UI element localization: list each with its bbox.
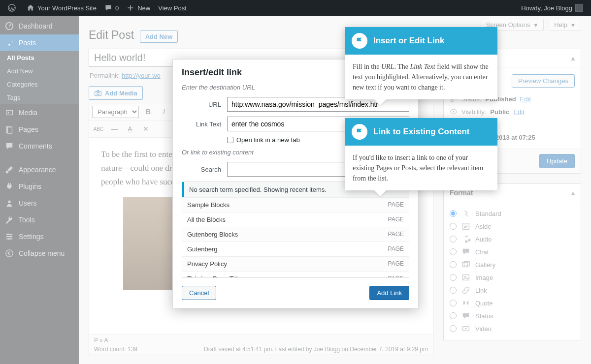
callout-insert-link: Insert or Edit Link Fill in the URL. The… xyxy=(345,27,497,99)
callout-body: Fill in the URL. The Link Text field wil… xyxy=(345,55,497,99)
callout-body: If you'd like to insert a link to one of… xyxy=(345,146,497,190)
add-link-button[interactable]: Add Link xyxy=(369,286,409,300)
cancel-button[interactable]: Cancel xyxy=(182,286,216,300)
home-icon xyxy=(27,4,34,12)
admin-bar: Your WordPress Site 0 New View Post Howd… xyxy=(0,0,591,16)
flag-icon xyxy=(355,36,364,45)
admin-comments[interactable]: 0 xyxy=(100,0,123,16)
result-item[interactable]: Gutenberg BlocksPAGE xyxy=(182,227,409,242)
newtab-checkbox[interactable] xyxy=(227,137,233,143)
result-item[interactable]: This is a Page TitlePAGE xyxy=(182,271,409,278)
callout-title: Insert or Edit Link xyxy=(373,36,445,46)
site-home[interactable]: Your WordPress Site xyxy=(23,0,100,16)
wp-logo[interactable] xyxy=(4,0,23,16)
search-label: Search xyxy=(182,166,227,173)
admin-new[interactable]: New xyxy=(123,0,154,16)
result-item[interactable]: Privacy PolicyPAGE xyxy=(182,256,409,271)
result-item[interactable]: All the BlocksPAGE xyxy=(182,212,409,227)
plus-icon xyxy=(127,4,134,12)
callout-existing-content: Link to Existing Content If you'd like t… xyxy=(345,118,497,190)
howdy[interactable]: Howdy, Joe Blogg xyxy=(517,0,587,16)
callout-title: Link to Existing Content xyxy=(373,127,470,137)
linktext-label: Link Text xyxy=(182,121,227,128)
result-item[interactable]: GutenbergPAGE xyxy=(182,242,409,256)
url-label: URL xyxy=(182,101,227,108)
comment-count: 0 xyxy=(115,4,119,12)
comment-icon xyxy=(104,4,112,12)
newtab-label: Open link in a new tab xyxy=(233,136,300,144)
site-name: Your WordPress Site xyxy=(37,4,97,12)
wordpress-icon xyxy=(8,4,16,12)
view-post[interactable]: View Post xyxy=(154,0,191,16)
result-item[interactable]: Sample BlocksPAGE xyxy=(182,197,409,212)
avatar xyxy=(575,4,583,12)
flag-icon xyxy=(355,127,364,136)
new-label: New xyxy=(137,4,150,12)
